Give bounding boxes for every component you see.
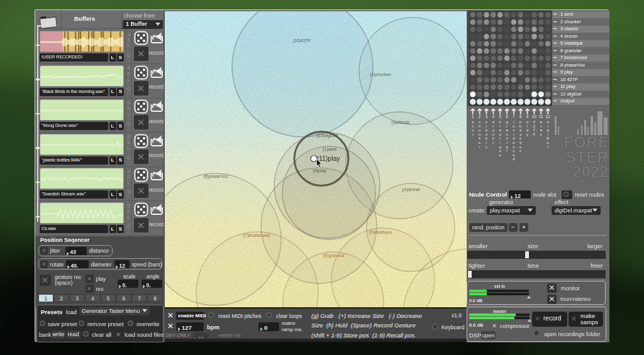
svg-text:(6)granular: (6)granular [323,253,345,258]
svg-text:(12)digiDel: (12)digiDel [316,133,338,138]
svg-text:(8)phaseVoc: (8)phaseVoc [203,174,228,179]
svg-text:(2)chunker: (2)chunker [370,72,391,77]
svg-text:(3)classic: (3)classic [391,120,410,125]
svg-text:(9)play: (9)play [313,168,326,173]
svg-text:(10)42TF: (10)42TF [293,38,311,43]
svg-text:(4)droner: (4)droner [402,187,421,192]
svg-text:(7)incidenced: (7)incidenced [243,233,270,238]
svg-text:(11)play: (11)play [316,155,340,162]
svg-text:(5)elastique: (5)elastique [369,230,392,235]
svg-text:(1)anni: (1)anni [323,147,336,152]
